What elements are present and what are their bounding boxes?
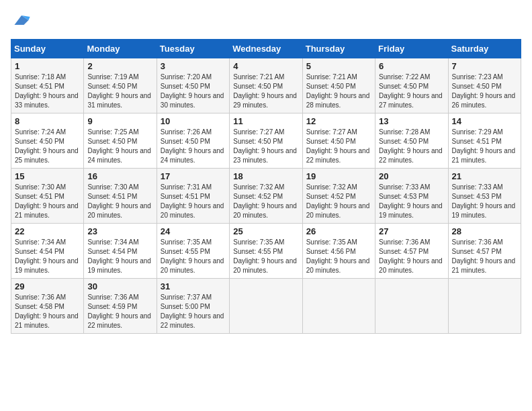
- calendar-cell: 25 Sunrise: 7:35 AMSunset: 4:55 PMDaylig…: [230, 224, 302, 279]
- calendar-cell: 17 Sunrise: 7:31 AMSunset: 4:51 PMDaylig…: [157, 169, 229, 224]
- day-number: 12: [306, 116, 371, 126]
- col-friday: Friday: [375, 40, 448, 58]
- calendar-cell: 31 Sunrise: 7:37 AMSunset: 5:00 PMDaylig…: [157, 279, 229, 334]
- calendar-cell: 9 Sunrise: 7:25 AMSunset: 4:50 PMDayligh…: [84, 113, 157, 169]
- day-number: 24: [161, 226, 226, 236]
- day-info: Sunrise: 7:28 AMSunset: 4:50 PMDaylight:…: [379, 128, 444, 165]
- calendar-cell: 15 Sunrise: 7:30 AMSunset: 4:51 PMDaylig…: [11, 169, 84, 224]
- day-number: 21: [452, 171, 517, 181]
- calendar-cell: [230, 279, 302, 334]
- day-info: Sunrise: 7:31 AMSunset: 4:51 PMDaylight:…: [161, 183, 226, 220]
- calendar-cell: 13 Sunrise: 7:28 AMSunset: 4:50 PMDaylig…: [375, 113, 448, 169]
- header-row: Sunday Monday Tuesday Wednesday Thursday…: [11, 40, 521, 58]
- calendar-week-1: 1 Sunrise: 7:18 AMSunset: 4:51 PMDayligh…: [11, 58, 521, 113]
- calendar-cell: 3 Sunrise: 7:20 AMSunset: 4:50 PMDayligh…: [157, 58, 229, 113]
- day-info: Sunrise: 7:36 AMSunset: 4:58 PMDaylight:…: [15, 293, 80, 330]
- day-number: 4: [233, 61, 298, 71]
- col-tuesday: Tuesday: [157, 40, 229, 58]
- col-thursday: Thursday: [302, 40, 375, 58]
- day-number: 31: [161, 281, 226, 291]
- page-header: [11, 11, 521, 32]
- day-info: Sunrise: 7:32 AMSunset: 4:52 PMDaylight:…: [233, 183, 298, 220]
- calendar-cell: 23 Sunrise: 7:34 AMSunset: 4:54 PMDaylig…: [84, 224, 157, 279]
- day-number: 2: [87, 61, 152, 71]
- day-number: 17: [161, 171, 226, 181]
- calendar-cell: 24 Sunrise: 7:35 AMSunset: 4:55 PMDaylig…: [157, 224, 229, 279]
- day-info: Sunrise: 7:35 AMSunset: 4:55 PMDaylight:…: [161, 238, 226, 275]
- day-info: Sunrise: 7:34 AMSunset: 4:54 PMDaylight:…: [87, 238, 152, 275]
- calendar-cell: 28 Sunrise: 7:36 AMSunset: 4:57 PMDaylig…: [448, 224, 521, 279]
- calendar-table: Sunday Monday Tuesday Wednesday Thursday…: [11, 39, 521, 334]
- day-info: Sunrise: 7:18 AMSunset: 4:51 PMDaylight:…: [15, 73, 80, 110]
- day-info: Sunrise: 7:37 AMSunset: 5:00 PMDaylight:…: [161, 293, 226, 330]
- day-info: Sunrise: 7:29 AMSunset: 4:51 PMDaylight:…: [452, 128, 517, 165]
- day-info: Sunrise: 7:24 AMSunset: 4:50 PMDaylight:…: [15, 128, 80, 165]
- day-info: Sunrise: 7:33 AMSunset: 4:53 PMDaylight:…: [379, 183, 444, 220]
- calendar-cell: 5 Sunrise: 7:21 AMSunset: 4:50 PMDayligh…: [302, 58, 375, 113]
- day-info: Sunrise: 7:36 AMSunset: 4:57 PMDaylight:…: [452, 238, 517, 275]
- day-number: 26: [306, 226, 371, 236]
- day-info: Sunrise: 7:35 AMSunset: 4:56 PMDaylight:…: [306, 238, 371, 275]
- day-number: 28: [452, 226, 517, 236]
- day-number: 29: [15, 281, 80, 291]
- day-info: Sunrise: 7:30 AMSunset: 4:51 PMDaylight:…: [87, 183, 152, 220]
- day-number: 25: [233, 226, 298, 236]
- day-info: Sunrise: 7:23 AMSunset: 4:50 PMDaylight:…: [452, 73, 517, 110]
- calendar-cell: 20 Sunrise: 7:33 AMSunset: 4:53 PMDaylig…: [375, 169, 448, 224]
- day-info: Sunrise: 7:32 AMSunset: 4:52 PMDaylight:…: [306, 183, 371, 220]
- col-saturday: Saturday: [448, 40, 521, 58]
- calendar-cell: 21 Sunrise: 7:33 AMSunset: 4:53 PMDaylig…: [448, 169, 521, 224]
- day-number: 10: [161, 116, 226, 126]
- day-number: 27: [379, 226, 444, 236]
- calendar-cell: 8 Sunrise: 7:24 AMSunset: 4:50 PMDayligh…: [11, 113, 84, 169]
- day-number: 1: [15, 61, 80, 71]
- day-info: Sunrise: 7:25 AMSunset: 4:50 PMDaylight:…: [87, 128, 152, 165]
- day-info: Sunrise: 7:22 AMSunset: 4:50 PMDaylight:…: [379, 73, 444, 110]
- day-info: Sunrise: 7:20 AMSunset: 4:50 PMDaylight:…: [161, 73, 226, 110]
- logo: [11, 11, 31, 32]
- calendar-cell: 30 Sunrise: 7:36 AMSunset: 4:59 PMDaylig…: [84, 279, 157, 334]
- day-info: Sunrise: 7:34 AMSunset: 4:54 PMDaylight:…: [15, 238, 80, 275]
- day-info: Sunrise: 7:21 AMSunset: 4:50 PMDaylight:…: [233, 73, 298, 110]
- calendar-cell: 14 Sunrise: 7:29 AMSunset: 4:51 PMDaylig…: [448, 113, 521, 169]
- calendar-cell: 16 Sunrise: 7:30 AMSunset: 4:51 PMDaylig…: [84, 169, 157, 224]
- day-info: Sunrise: 7:21 AMSunset: 4:50 PMDaylight:…: [306, 73, 371, 110]
- calendar-cell: 27 Sunrise: 7:36 AMSunset: 4:57 PMDaylig…: [375, 224, 448, 279]
- day-info: Sunrise: 7:33 AMSunset: 4:53 PMDaylight:…: [452, 183, 517, 220]
- calendar-cell: 22 Sunrise: 7:34 AMSunset: 4:54 PMDaylig…: [11, 224, 84, 279]
- calendar-cell: 4 Sunrise: 7:21 AMSunset: 4:50 PMDayligh…: [230, 58, 302, 113]
- day-info: Sunrise: 7:36 AMSunset: 4:57 PMDaylight:…: [379, 238, 444, 275]
- day-number: 13: [379, 116, 444, 126]
- day-number: 30: [87, 281, 152, 291]
- day-number: 19: [306, 171, 371, 181]
- calendar-cell: 2 Sunrise: 7:19 AMSunset: 4:50 PMDayligh…: [84, 58, 157, 113]
- day-info: Sunrise: 7:27 AMSunset: 4:50 PMDaylight:…: [306, 128, 371, 165]
- day-number: 14: [452, 116, 517, 126]
- day-number: 15: [15, 171, 80, 181]
- day-number: 5: [306, 61, 371, 71]
- day-info: Sunrise: 7:30 AMSunset: 4:51 PMDaylight:…: [15, 183, 80, 220]
- day-number: 8: [15, 116, 80, 126]
- calendar-cell: 18 Sunrise: 7:32 AMSunset: 4:52 PMDaylig…: [230, 169, 302, 224]
- calendar-cell: 11 Sunrise: 7:27 AMSunset: 4:50 PMDaylig…: [230, 113, 302, 169]
- day-number: 16: [87, 171, 152, 181]
- day-number: 7: [452, 61, 517, 71]
- calendar-cell: [302, 279, 375, 334]
- col-sunday: Sunday: [11, 40, 84, 58]
- day-number: 11: [233, 116, 298, 126]
- day-number: 3: [161, 61, 226, 71]
- calendar-cell: 19 Sunrise: 7:32 AMSunset: 4:52 PMDaylig…: [302, 169, 375, 224]
- logo-icon: [12, 11, 31, 30]
- day-number: 23: [87, 226, 152, 236]
- calendar-cell: 7 Sunrise: 7:23 AMSunset: 4:50 PMDayligh…: [448, 58, 521, 113]
- calendar-week-4: 22 Sunrise: 7:34 AMSunset: 4:54 PMDaylig…: [11, 224, 521, 279]
- calendar-week-3: 15 Sunrise: 7:30 AMSunset: 4:51 PMDaylig…: [11, 169, 521, 224]
- col-monday: Monday: [84, 40, 157, 58]
- day-info: Sunrise: 7:26 AMSunset: 4:50 PMDaylight:…: [161, 128, 226, 165]
- calendar-week-5: 29 Sunrise: 7:36 AMSunset: 4:58 PMDaylig…: [11, 279, 521, 334]
- day-info: Sunrise: 7:19 AMSunset: 4:50 PMDaylight:…: [87, 73, 152, 110]
- day-number: 20: [379, 171, 444, 181]
- calendar-cell: 10 Sunrise: 7:26 AMSunset: 4:50 PMDaylig…: [157, 113, 229, 169]
- calendar-cell: 6 Sunrise: 7:22 AMSunset: 4:50 PMDayligh…: [375, 58, 448, 113]
- col-wednesday: Wednesday: [230, 40, 302, 58]
